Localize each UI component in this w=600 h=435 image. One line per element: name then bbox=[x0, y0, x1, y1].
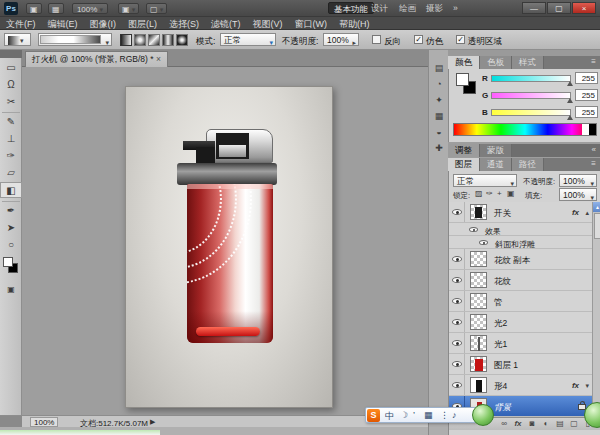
transparency-checkbox[interactable]: ✓ bbox=[456, 35, 465, 44]
close-button[interactable]: × bbox=[572, 2, 596, 14]
canvas-area[interactable] bbox=[22, 67, 428, 415]
tab-swatches[interactable]: 色板 bbox=[480, 56, 512, 69]
eye-icon[interactable] bbox=[479, 240, 488, 245]
layer-row[interactable]: 管 bbox=[449, 291, 592, 312]
eye-icon[interactable] bbox=[452, 256, 462, 262]
layer-thumbnail[interactable] bbox=[470, 377, 487, 393]
crop-tool[interactable]: ✂ bbox=[0, 94, 22, 110]
collapsed-panel-icon[interactable]: ✦ bbox=[432, 94, 446, 107]
ime-fullhalf-icon[interactable]: ☽ bbox=[400, 410, 408, 420]
fill-field[interactable]: 100%▾ bbox=[559, 188, 597, 201]
collapsed-panel-icon[interactable]: ◒ bbox=[432, 126, 446, 139]
zoom-percent-field[interactable]: 100% bbox=[30, 417, 58, 427]
layer-thumbnail[interactable] bbox=[470, 293, 487, 309]
layer-effect-item-row[interactable]: 斜面和浮雕 bbox=[449, 236, 592, 249]
ime-keyboard-icon[interactable]: ▦ bbox=[424, 410, 433, 420]
zoom-level-dropdown[interactable]: 100% ▾ bbox=[72, 3, 108, 14]
layer-thumbnail[interactable] bbox=[470, 251, 487, 267]
arrange-documents-icon[interactable]: ▣ ▾ bbox=[118, 3, 139, 14]
foreground-color-swatch[interactable] bbox=[3, 257, 13, 267]
floating-ball-widget[interactable] bbox=[472, 404, 494, 426]
tab-color[interactable]: 颜色 bbox=[448, 56, 480, 69]
layer-effects-row[interactable]: 效果 bbox=[449, 223, 592, 236]
workspace-painting-button[interactable]: 绘画 bbox=[394, 2, 421, 14]
layer-name[interactable]: 开关 bbox=[494, 208, 511, 220]
scrollbar-thumb[interactable] bbox=[594, 213, 600, 239]
visibility-cell[interactable] bbox=[449, 333, 465, 353]
tab-paths[interactable]: 路径 bbox=[512, 158, 544, 171]
layer-thumbnail[interactable] bbox=[470, 356, 487, 372]
layer-name[interactable]: 管 bbox=[494, 297, 503, 309]
layer-name[interactable]: 背景 bbox=[494, 402, 511, 414]
color-spectrum-ramp[interactable] bbox=[453, 123, 597, 136]
layer-name[interactable]: 形4 bbox=[494, 381, 507, 393]
layers-scrollbar[interactable]: ▲ bbox=[592, 202, 600, 417]
layer-row[interactable]: 图层 1 bbox=[449, 354, 592, 375]
panel-menu-icon[interactable]: ≡ bbox=[591, 57, 596, 66]
spectrum-black-swatch[interactable] bbox=[589, 124, 596, 135]
eye-icon[interactable] bbox=[452, 319, 462, 325]
tab-channels[interactable]: 通道 bbox=[480, 158, 512, 171]
reverse-checkbox[interactable] bbox=[372, 35, 381, 44]
ime-punctuation-icon[interactable]: ’ bbox=[413, 410, 415, 420]
layer-row[interactable]: 光1 bbox=[449, 333, 592, 354]
minimize-button[interactable]: — bbox=[522, 2, 546, 14]
lock-all-icon[interactable]: ▣ bbox=[507, 189, 515, 198]
new-layer-icon[interactable]: ▢ bbox=[567, 418, 581, 430]
blend-mode-select[interactable]: 正常▾ bbox=[220, 33, 276, 46]
reflected-gradient-button[interactable] bbox=[162, 34, 174, 46]
layer-thumbnail[interactable] bbox=[470, 204, 487, 220]
panel-menu-icon[interactable]: ≡ bbox=[591, 159, 596, 168]
quick-mask-icon[interactable]: ▣ bbox=[0, 282, 22, 298]
eye-icon[interactable] bbox=[452, 277, 462, 283]
visibility-cell[interactable] bbox=[449, 375, 465, 395]
diamond-gradient-button[interactable] bbox=[176, 34, 188, 46]
eye-icon[interactable] bbox=[452, 298, 462, 304]
eyedropper-tool[interactable]: ✎ bbox=[0, 114, 22, 130]
status-menu-arrow-icon[interactable]: ▶ bbox=[150, 418, 155, 426]
layer-thumbnail[interactable] bbox=[470, 272, 487, 288]
visibility-cell[interactable] bbox=[449, 354, 465, 374]
collapsed-panel-icon[interactable]: ▦ bbox=[432, 110, 446, 123]
layer-row[interactable]: 花纹 副本 bbox=[449, 249, 592, 270]
lock-transparency-icon[interactable]: ▨ bbox=[475, 189, 483, 198]
layer-style-icon[interactable]: fx bbox=[511, 418, 525, 430]
visibility-cell[interactable] bbox=[449, 270, 465, 290]
linear-gradient-button[interactable] bbox=[120, 34, 132, 46]
layer-name[interactable]: 花纹 bbox=[494, 276, 511, 288]
visibility-cell[interactable] bbox=[449, 312, 465, 332]
collapsed-panel-icon[interactable]: ✚ bbox=[432, 142, 446, 155]
scroll-up-arrow[interactable]: ▲ bbox=[593, 202, 600, 212]
gradient-editor-bar[interactable]: ▾ bbox=[38, 33, 112, 46]
layer-blend-mode-select[interactable]: 正常▾ bbox=[453, 174, 517, 187]
workspace-design-button[interactable]: 设计 bbox=[366, 2, 393, 14]
launch-bridge-icon[interactable]: ▣ bbox=[26, 3, 42, 14]
tab-layers[interactable]: 图层 bbox=[448, 158, 480, 171]
lasso-tool[interactable]: Ω bbox=[0, 77, 22, 93]
rectangular-marquee-tool[interactable]: ▭ bbox=[0, 60, 22, 76]
slider-handle[interactable] bbox=[567, 98, 573, 103]
eye-icon[interactable] bbox=[452, 209, 462, 215]
eraser-tool[interactable]: ▱ bbox=[0, 165, 22, 181]
clone-stamp-tool[interactable]: ⊥ bbox=[0, 131, 22, 147]
adjustment-layer-icon[interactable]: ◐ bbox=[539, 418, 553, 430]
eye-icon[interactable] bbox=[452, 382, 462, 388]
toolbox-grip[interactable] bbox=[0, 50, 22, 58]
layer-row[interactable]: 光2 bbox=[449, 312, 592, 333]
brush-tool[interactable]: ✑ bbox=[0, 148, 22, 164]
slider-handle[interactable] bbox=[567, 81, 573, 86]
layer-row[interactable]: 花纹 bbox=[449, 270, 592, 291]
spectrum-white-swatch[interactable] bbox=[582, 124, 589, 135]
hand-tool[interactable]: ○ bbox=[0, 237, 22, 253]
layer-thumbnail[interactable] bbox=[470, 335, 487, 351]
collapsed-panel-icon[interactable]: ◔ bbox=[432, 78, 446, 91]
path-selection-tool[interactable]: ➤ bbox=[0, 220, 22, 236]
dither-checkbox[interactable]: ✓ bbox=[414, 35, 423, 44]
ime-logo[interactable]: S bbox=[367, 409, 380, 422]
layer-row[interactable]: 开关 fx ▴ bbox=[449, 202, 592, 223]
view-extras-icon[interactable]: ▦ bbox=[48, 3, 64, 14]
pen-tool[interactable]: ✒ bbox=[0, 203, 22, 219]
blue-slider[interactable] bbox=[491, 109, 571, 116]
workspace-more-button[interactable]: » bbox=[448, 2, 463, 14]
workspace-photography-button[interactable]: 摄影 bbox=[421, 2, 448, 14]
